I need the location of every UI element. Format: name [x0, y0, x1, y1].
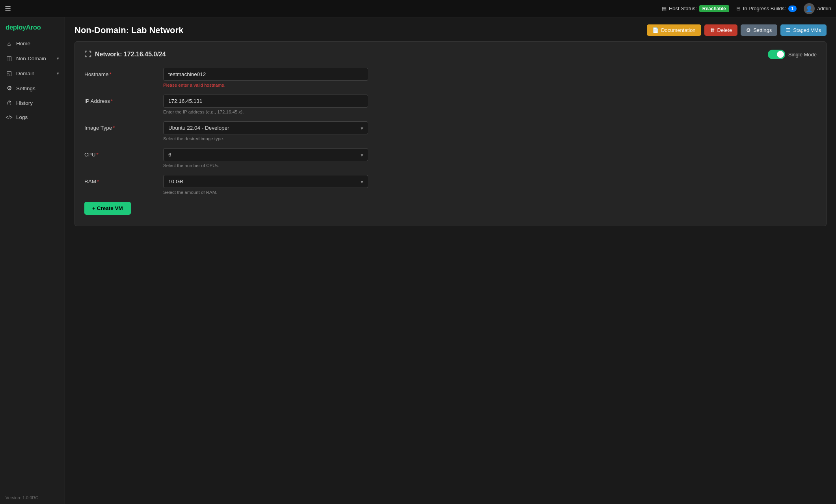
hostname-error: Please enter a valid hostname. [163, 83, 368, 87]
cpu-required: * [97, 152, 99, 158]
ram-hint: Select the amount of RAM. [163, 190, 368, 195]
staged-vms-icon: ☰ [786, 27, 791, 33]
image-type-select-wrapper: Ubuntu 22.04 - Developer [163, 121, 368, 134]
sidebar-item-home[interactable]: ⌂ Home [0, 36, 65, 51]
cpu-label: CPU* [84, 148, 163, 158]
single-mode-label: Single Mode [788, 52, 817, 58]
cpu-select-wrapper: 6 [163, 148, 368, 161]
network-title-text: Network: 172.16.45.0/24 [95, 51, 166, 58]
documentation-icon: 📄 [652, 27, 659, 33]
sidebar-item-logs[interactable]: </> Logs [0, 110, 65, 124]
sidebar-item-home-label: Home [16, 41, 30, 46]
sidebar-item-domain[interactable]: ◱ Domain ▾ [0, 66, 65, 81]
network-title: ⛶ Network: 172.16.45.0/24 [84, 50, 166, 59]
ram-row: RAM* 10 GB Select the amount of RAM. [84, 175, 817, 195]
main-layout: deployAroo ⌂ Home ◫ Non-Domain ▾ ◱ Domai… [0, 17, 836, 504]
sidebar-item-non-domain-label: Non-Domain [16, 56, 46, 61]
ram-select-wrapper: 10 GB [163, 175, 368, 188]
domain-icon: ◱ [6, 70, 13, 77]
single-mode-toggle[interactable] [768, 50, 785, 59]
documentation-button[interactable]: 📄 Documentation [647, 24, 701, 36]
image-type-select[interactable]: Ubuntu 22.04 - Developer [163, 121, 368, 134]
page-header: Non-Domain: Lab Network 📄 Documentation … [65, 17, 836, 41]
logs-icon: </> [6, 115, 13, 120]
ram-select[interactable]: 10 GB [163, 175, 368, 188]
user-info[interactable]: 👤 admin [804, 3, 831, 14]
hamburger-icon[interactable]: ☰ [5, 4, 11, 13]
ip-address-hint: Enter the IP address (e.g., 172.16.45.x)… [163, 110, 368, 114]
topnav-left: ☰ [5, 4, 11, 13]
in-progress-label: In Progress Builds: [743, 6, 786, 11]
hostname-required: * [110, 71, 112, 77]
delete-icon: 🗑 [710, 27, 715, 33]
in-progress-builds: ⊟ In Progress Builds: 1 [736, 6, 797, 12]
sidebar-item-settings[interactable]: ⚙ Settings [0, 81, 65, 96]
sidebar-item-history[interactable]: ⏱ History [0, 96, 65, 110]
logo-text-1: deploy [6, 24, 26, 31]
cpu-select[interactable]: 6 [163, 148, 368, 161]
host-status: ▤ Host Status: Reachable [662, 5, 729, 12]
ip-address-label: IP Address* [84, 95, 163, 104]
settings-btn-icon: ⚙ [746, 27, 751, 33]
image-type-label: Image Type* [84, 121, 163, 131]
ip-address-row: IP Address* Enter the IP address (e.g., … [84, 95, 817, 114]
settings-label: Settings [753, 27, 772, 33]
host-status-icon: ▤ [662, 6, 667, 11]
sidebar-item-settings-label: Settings [16, 86, 35, 91]
home-icon: ⌂ [6, 40, 13, 47]
delete-label: Delete [717, 27, 732, 33]
image-type-required: * [113, 125, 115, 131]
history-icon: ⏱ [6, 100, 13, 106]
cpu-hint: Select the number of CPUs. [163, 163, 368, 168]
page-actions: 📄 Documentation 🗑 Delete ⚙ Settings ☰ St… [647, 24, 827, 36]
staged-vms-label: Staged VMs [793, 27, 821, 33]
non-domain-icon: ◫ [6, 55, 13, 62]
main-card: ⛶ Network: 172.16.45.0/24 Single Mode Ho… [74, 41, 827, 226]
content: Non-Domain: Lab Network 📄 Documentation … [65, 17, 836, 504]
avatar: 👤 [804, 3, 815, 14]
staged-vms-button[interactable]: ☰ Staged VMs [780, 24, 827, 36]
topnav-right: ▤ Host Status: Reachable ⊟ In Progress B… [662, 3, 831, 14]
hostname-field: Please enter a valid hostname. [163, 68, 368, 87]
builds-icon: ⊟ [736, 6, 741, 11]
hostname-label: Hostname* [84, 68, 163, 77]
network-icon: ⛶ [84, 50, 91, 59]
ram-field: 10 GB Select the amount of RAM. [163, 175, 368, 195]
builds-badge: 1 [788, 6, 797, 12]
version-label: Version: 1.0.0RC [0, 491, 65, 504]
hostname-row: Hostname* Please enter a valid hostname. [84, 68, 817, 87]
image-type-field: Ubuntu 22.04 - Developer Select the desi… [163, 121, 368, 141]
documentation-label: Documentation [661, 27, 695, 33]
sidebar-item-logs-label: Logs [16, 114, 28, 120]
topnav: ☰ ▤ Host Status: Reachable ⊟ In Progress… [0, 0, 836, 17]
network-title-row: ⛶ Network: 172.16.45.0/24 Single Mode [84, 50, 817, 59]
host-status-label: Host Status: [669, 6, 697, 11]
sidebar: deployAroo ⌂ Home ◫ Non-Domain ▾ ◱ Domai… [0, 17, 65, 504]
hostname-input[interactable] [163, 68, 368, 81]
chevron-down-icon-2: ▾ [57, 71, 59, 76]
settings-button[interactable]: ⚙ Settings [741, 24, 777, 36]
sidebar-item-non-domain[interactable]: ◫ Non-Domain ▾ [0, 51, 65, 66]
logo-text-2: Aroo [26, 24, 41, 31]
submit-row: + Create VM [84, 202, 817, 215]
sidebar-item-history-label: History [16, 100, 33, 106]
user-name: admin [817, 6, 831, 11]
logo: deployAroo [0, 17, 65, 36]
sidebar-item-domain-label: Domain [16, 71, 35, 76]
chevron-down-icon: ▾ [57, 56, 59, 61]
toggle-row: Single Mode [768, 50, 817, 59]
image-type-row: Image Type* Ubuntu 22.04 - Developer Sel… [84, 121, 817, 141]
ip-required: * [111, 98, 113, 104]
ip-address-input[interactable] [163, 95, 368, 108]
ram-label: RAM* [84, 175, 163, 184]
status-badge: Reachable [699, 5, 729, 12]
cpu-field: 6 Select the number of CPUs. [163, 148, 368, 168]
ram-required: * [97, 179, 99, 184]
create-vm-button[interactable]: + Create VM [84, 202, 131, 215]
page-title: Non-Domain: Lab Network [74, 25, 183, 35]
delete-button[interactable]: 🗑 Delete [704, 24, 738, 36]
settings-icon: ⚙ [6, 85, 13, 92]
create-vm-form: Hostname* Please enter a valid hostname.… [84, 68, 817, 215]
ip-address-field: Enter the IP address (e.g., 172.16.45.x)… [163, 95, 368, 114]
create-vm-label: + Create VM [92, 205, 123, 211]
